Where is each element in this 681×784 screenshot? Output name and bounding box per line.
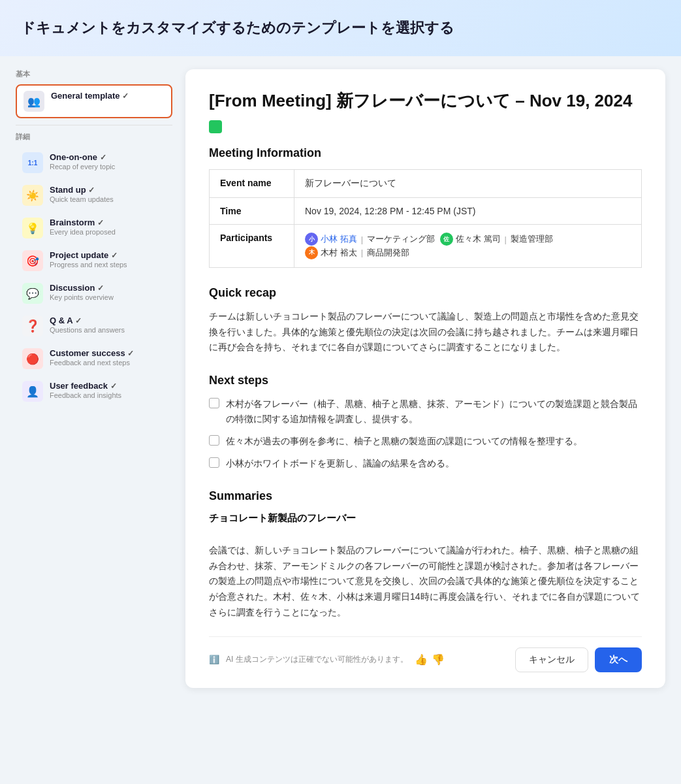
sidebar-divider <box>16 125 172 125</box>
table-row-event: Event name 新フレーバーについて <box>210 169 642 197</box>
sidebar-item-project-update[interactable]: 🎯 Project update ✓ Progress and next ste… <box>16 245 172 276</box>
sidebar-item-qa[interactable]: ❓ Q & A ✓ Questions and answers <box>16 310 172 342</box>
customer-success-sub: Feedback and next steps <box>50 359 134 367</box>
general-icon: 👥 <box>24 91 44 112</box>
participant-kimura: 木 木村 裕太 | 商品開発部 <box>305 246 409 259</box>
summaries-title: Summaries <box>209 489 642 503</box>
customer-success-title: Customer success ✓ <box>50 348 134 358</box>
sidebar-item-one-on-one[interactable]: 1:1 One-on-one ✓ Recap of every topic <box>16 147 172 178</box>
event-name-value: 新フレーバーについて <box>294 169 642 197</box>
sidebar-item-brainstorm[interactable]: 💡 Brainstorm ✓ Every idea proposed <box>16 212 172 244</box>
one-on-one-title: One-on-one ✓ <box>50 152 115 162</box>
sidebar-item-general[interactable]: 👥 General template ✓ <box>16 84 172 118</box>
quick-recap-text: チームは新しいチョコレート製品のフレーバーについて議論し、製造上の問題点と市場性… <box>209 309 642 355</box>
footer-left: ℹ️ AI 生成コンテンツは正確でない可能性があります。 👍 👎 <box>209 653 445 666</box>
project-update-title: Project update ✓ <box>50 250 127 260</box>
participant-sasaki: 佐 佐々木 篤司 | 製造管理部 <box>440 233 553 246</box>
content-footer: ℹ️ AI 生成コンテンツは正確でない可能性があります。 👍 👎 キャンセル 次… <box>209 636 642 672</box>
page-header: ドキュメントをカスタマイズするためのテンプレートを選択する <box>0 0 681 56</box>
footer-right: キャンセル 次へ <box>515 647 642 672</box>
content-panel: [From Meeting] 新フレーバーについて – Nov 19, 2024… <box>185 69 665 688</box>
summary-subtitle: チョコレート新製品のフレーバー <box>209 512 642 525</box>
checkbox-3[interactable] <box>209 457 219 468</box>
main-layout: 基本 👥 General template ✓ 詳細 1:1 One-on-on… <box>0 56 681 701</box>
next-button[interactable]: 次へ <box>595 647 642 672</box>
project-update-icon: 🎯 <box>22 250 43 271</box>
sidebar-item-user-feedback[interactable]: 👤 User feedback ✓ Feedback and insights <box>16 376 172 407</box>
qa-title: Q & A ✓ <box>50 316 125 325</box>
sidebar-item-customer-success[interactable]: 🔴 Customer success ✓ Feedback and next s… <box>16 343 172 374</box>
doc-title: [From Meeting] 新フレーバーについて – Nov 19, 2024 <box>209 90 642 112</box>
cancel-button[interactable]: キャンセル <box>515 647 588 672</box>
green-dot <box>209 120 222 133</box>
checkbox-2[interactable] <box>209 435 219 446</box>
participant-kobayashi: 小 小林 拓真 | マーケティング部 <box>305 233 435 246</box>
user-feedback-sub: Feedback and insights <box>50 391 121 399</box>
time-value: Nov 19, 2024, 12:28 PM - 12:45 PM (JST) <box>294 197 642 224</box>
ai-info-icon: ℹ️ <box>209 655 219 664</box>
next-steps-list: 木村が各フレーバー（柚子、黒糖、柚子と黒糖、抹茶、アーモンド）についての製造課題… <box>209 397 642 471</box>
user-feedback-title: User feedback ✓ <box>50 381 121 391</box>
next-step-2: 佐々木が過去の事例を参考に、柚子と黒糖の製造面の課題についての情報を整理する。 <box>209 434 642 448</box>
participants-label: Participants <box>210 224 294 267</box>
check-mark: ✓ <box>122 91 129 101</box>
participant-kobayashi-name[interactable]: 小林 拓真 <box>321 233 357 245</box>
time-label: Time <box>210 197 294 224</box>
footer-icons: 👍 👎 <box>415 653 445 666</box>
participants-value: 小 小林 拓真 | マーケティング部 佐 佐々木 篤司 | 製造管理部 <box>294 224 642 267</box>
discussion-sub: Key points overview <box>50 293 114 301</box>
one-on-one-sub: Recap of every topic <box>50 163 115 171</box>
next-step-1-text: 木村が各フレーバー（柚子、黒糖、柚子と黒糖、抹茶、アーモンド）についての製造課題… <box>226 397 642 426</box>
sidebar: 基本 👥 General template ✓ 詳細 1:1 One-on-on… <box>16 69 172 688</box>
standup-title: Stand up ✓ <box>50 185 114 195</box>
next-steps-title: Next steps <box>209 374 642 387</box>
standup-icon: ☀️ <box>22 185 43 206</box>
brainstorm-icon: 💡 <box>22 218 43 238</box>
next-step-3-text: 小林がホワイトボードを更新し、議論の結果を含める。 <box>226 456 454 470</box>
thumbs-up-icon[interactable]: 👍 <box>415 653 428 666</box>
next-step-3: 小林がホワイトボードを更新し、議論の結果を含める。 <box>209 456 642 470</box>
discussion-title: Discussion ✓ <box>50 283 114 293</box>
meeting-info-title: Meeting Information <box>209 146 642 160</box>
avatar-kimura: 木 <box>305 246 318 259</box>
meeting-info-table: Event name 新フレーバーについて Time Nov 19, 2024,… <box>209 169 642 268</box>
checkbox-1[interactable] <box>209 398 219 408</box>
qa-icon: ❓ <box>22 316 43 336</box>
sidebar-section-detail: 詳細 <box>16 132 172 142</box>
next-step-1: 木村が各フレーバー（柚子、黒糖、柚子と黒糖、抹茶、アーモンド）についての製造課題… <box>209 397 642 426</box>
brainstorm-title: Brainstorm ✓ <box>50 218 116 227</box>
summary-text: 会議では、新しいチョコレート製品のフレーバーについて議論が行われた。柚子、黒糖、… <box>209 543 642 621</box>
one-on-one-icon: 1:1 <box>22 152 43 173</box>
general-item-title: General template ✓ <box>51 91 129 101</box>
standup-sub: Quick team updates <box>50 195 114 203</box>
avatar-kobayashi: 小 <box>305 233 318 246</box>
event-name-label: Event name <box>210 169 294 197</box>
ai-notice-text: AI 生成コンテンツは正確でない可能性があります。 <box>226 654 408 665</box>
sidebar-item-standup[interactable]: ☀️ Stand up ✓ Quick team updates <box>16 180 172 211</box>
table-row-time: Time Nov 19, 2024, 12:28 PM - 12:45 PM (… <box>210 197 642 224</box>
project-update-sub: Progress and next steps <box>50 261 127 269</box>
table-row-participants: Participants 小 小林 拓真 | マーケティング部 佐 佐々木 篤司 <box>210 224 642 267</box>
quick-recap-title: Quick recap <box>209 286 642 300</box>
discussion-icon: 💬 <box>22 283 43 304</box>
customer-success-icon: 🔴 <box>22 348 43 369</box>
brainstorm-sub: Every idea proposed <box>50 228 116 236</box>
qa-sub: Questions and answers <box>50 326 125 334</box>
user-feedback-icon: 👤 <box>22 381 43 402</box>
page-title: ドキュメントをカスタマイズするためのテンプレートを選択する <box>21 18 660 38</box>
avatar-sasaki: 佐 <box>440 233 453 246</box>
sidebar-section-basic: 基本 <box>16 69 172 79</box>
next-step-2-text: 佐々木が過去の事例を参考に、柚子と黒糖の製造面の課題についての情報を整理する。 <box>226 434 582 448</box>
sidebar-item-discussion[interactable]: 💬 Discussion ✓ Key points overview <box>16 278 172 309</box>
thumbs-down-icon[interactable]: 👎 <box>432 653 445 666</box>
